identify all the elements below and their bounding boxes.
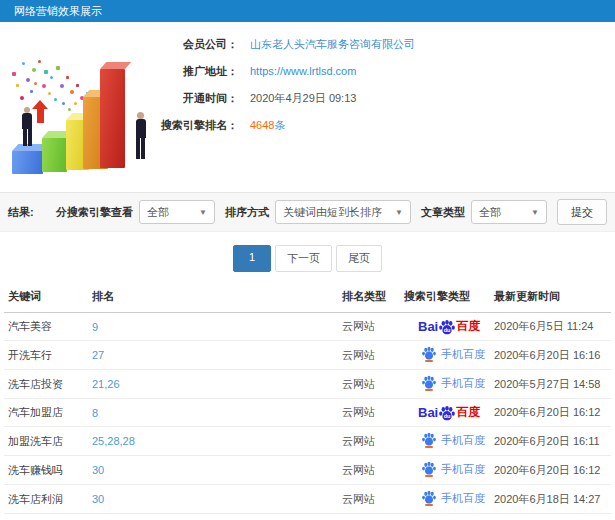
rank-type-cell: 云网站 bbox=[342, 370, 404, 399]
confetti-dot bbox=[20, 96, 24, 100]
clipart-bar-green bbox=[42, 138, 67, 172]
keyword-cell: 洗车赚钱吗 bbox=[4, 456, 92, 485]
baidu-paw-icon: du bbox=[439, 405, 455, 421]
page-1-button[interactable]: 1 bbox=[233, 245, 271, 272]
article-type-label: 文章类型 bbox=[421, 205, 465, 220]
confetti-dot bbox=[66, 76, 69, 79]
submit-button[interactable]: 提交 bbox=[557, 199, 607, 225]
mobile-baidu-icon: 手机百度 bbox=[422, 432, 485, 448]
promo-url-link[interactable]: https://www.lrtlsd.com bbox=[250, 65, 356, 77]
confetti-dot bbox=[48, 92, 51, 95]
search-engine-cell: Baidu百度 bbox=[404, 399, 494, 427]
table-row: 开洗车行27云网站手机百度2020年6月20日 16:16 bbox=[4, 341, 611, 370]
rank-cell[interactable]: 8 bbox=[92, 399, 342, 427]
col-rank: 排名 bbox=[92, 281, 342, 313]
mobile-baidu-icon: 手机百度 bbox=[422, 375, 485, 391]
table-header-row: 关键词 排名 排名类型 搜索引擎类型 最新更新时间 bbox=[4, 281, 611, 313]
keyword-cell: 汽车美容 bbox=[4, 313, 92, 341]
updated-time-cell: 2020年6月20日 16:16 bbox=[494, 341, 611, 370]
table-row: 加盟洗车店25,28,28云网站手机百度2020年6月20日 16:11 bbox=[4, 427, 611, 456]
filter-bar: 结果: 分搜索引擎查看 全部 ▼ 排序方式 关键词由短到长排序 ▼ 文章类型 全… bbox=[0, 192, 615, 232]
keyword-cell: 洗车店加盟 bbox=[4, 514, 92, 520]
svg-text:du: du bbox=[444, 327, 451, 333]
engine-select[interactable]: 全部 ▼ bbox=[139, 200, 215, 224]
result-label: 结果: bbox=[8, 205, 34, 220]
search-engine-cell: Baidu百度 bbox=[404, 514, 494, 520]
confetti-dot bbox=[34, 82, 37, 85]
rank-cell[interactable]: 27 bbox=[92, 341, 342, 370]
updated-time-cell: 2020年6月20日 16:12 bbox=[494, 399, 611, 427]
member-company-label: 会员公司： bbox=[0, 37, 238, 52]
mobile-baidu-paw-icon bbox=[422, 375, 436, 391]
confetti-dot bbox=[30, 90, 33, 93]
results-table-body: 汽车美容9云网站Baidu百度2020年6月5日 11:24开洗车行27云网站手… bbox=[4, 313, 611, 520]
rank-cell[interactable]: 25,28,28 bbox=[92, 427, 342, 456]
sort-filter-label: 排序方式 bbox=[225, 205, 269, 220]
updated-time-cell: 2020年6月18日 14:30 bbox=[494, 514, 611, 520]
table-row: 洗车店投资21,26云网站手机百度2020年5月27日 14:58 bbox=[4, 370, 611, 399]
article-type-select-value: 全部 bbox=[479, 205, 501, 220]
col-rank-type: 排名类型 bbox=[342, 281, 404, 313]
mobile-baidu-label: 手机百度 bbox=[441, 491, 485, 506]
keyword-cell: 洗车店投资 bbox=[4, 370, 92, 399]
growth-chart-clipart bbox=[4, 54, 156, 184]
engine-rank-unit: 条 bbox=[274, 118, 285, 133]
rank-cell[interactable]: 21,26 bbox=[92, 370, 342, 399]
next-page-button[interactable]: 下一页 bbox=[275, 245, 332, 272]
confetti-dot bbox=[26, 78, 30, 82]
page-header: 网络营销效果展示 bbox=[0, 0, 615, 22]
search-engine-cell: 手机百度 bbox=[404, 485, 494, 514]
mobile-baidu-icon: 手机百度 bbox=[422, 490, 485, 506]
col-updated-time: 最新更新时间 bbox=[494, 281, 611, 313]
mobile-baidu-paw-icon bbox=[422, 346, 436, 362]
updated-time-cell: 2020年6月20日 16:12 bbox=[494, 456, 611, 485]
sort-select[interactable]: 关键词由短到长排序 ▼ bbox=[275, 200, 411, 224]
table-row: 汽车加盟店8云网站Baidu百度2020年6月20日 16:12 bbox=[4, 399, 611, 427]
baidu-paw-icon: du bbox=[439, 319, 455, 335]
confetti-dot bbox=[68, 108, 71, 111]
confetti-dot bbox=[42, 84, 46, 88]
rank-cell[interactable]: 3 bbox=[92, 514, 342, 520]
article-type-select[interactable]: 全部 ▼ bbox=[471, 200, 547, 224]
mobile-baidu-paw-icon bbox=[422, 432, 436, 448]
mobile-baidu-label: 手机百度 bbox=[441, 347, 485, 362]
search-engine-cell: 手机百度 bbox=[404, 370, 494, 399]
confetti-dot bbox=[62, 102, 65, 105]
member-company-link[interactable]: 山东老人头汽车服务咨询有限公司 bbox=[250, 37, 415, 52]
search-engine-cell: 手机百度 bbox=[404, 427, 494, 456]
baidu-logo-icon: Baidu百度 bbox=[418, 404, 480, 421]
businessman-figure-left bbox=[20, 107, 34, 147]
mobile-baidu-paw-icon bbox=[422, 461, 436, 477]
rank-type-cell: 云网站 bbox=[342, 485, 404, 514]
rank-cell[interactable]: 9 bbox=[92, 313, 342, 341]
rank-type-cell: 云网站 bbox=[342, 427, 404, 456]
sort-select-value: 关键词由短到长排序 bbox=[283, 205, 382, 220]
engine-filter-label: 分搜索引擎查看 bbox=[56, 205, 133, 220]
updated-time-cell: 2020年6月5日 11:24 bbox=[494, 313, 611, 341]
search-engine-cell: 手机百度 bbox=[404, 341, 494, 370]
confetti-dot bbox=[44, 70, 48, 74]
page: 网络营销效果展示 会员公司： 山东老人头汽车服务咨询有限公司 bbox=[0, 0, 615, 520]
updated-time-cell: 2020年5月27日 14:58 bbox=[494, 370, 611, 399]
keyword-cell: 开洗车行 bbox=[4, 341, 92, 370]
filter-controls: 分搜索引擎查看 全部 ▼ 排序方式 关键词由短到长排序 ▼ 文章类型 全部 ▼ … bbox=[46, 199, 607, 225]
confetti-dot bbox=[50, 76, 53, 79]
keyword-cell: 加盟洗车店 bbox=[4, 427, 92, 456]
clipart-bar-red bbox=[100, 69, 125, 168]
rank-cell[interactable]: 30 bbox=[92, 456, 342, 485]
pagination: 1 下一页 尾页 bbox=[0, 245, 615, 272]
confetti-dot bbox=[74, 102, 77, 105]
rank-cell[interactable]: 30 bbox=[92, 485, 342, 514]
table-row: 汽车美容9云网站Baidu百度2020年6月5日 11:24 bbox=[4, 313, 611, 341]
updated-time-cell: 2020年6月20日 16:11 bbox=[494, 427, 611, 456]
search-engine-cell: 手机百度 bbox=[404, 456, 494, 485]
chevron-down-icon: ▼ bbox=[395, 208, 403, 217]
results-table: 关键词 排名 排名类型 搜索引擎类型 最新更新时间 汽车美容9云网站Baidu百… bbox=[4, 281, 611, 520]
businessman-figure-right bbox=[133, 112, 148, 160]
confetti-dot bbox=[38, 60, 41, 63]
chevron-down-icon: ▼ bbox=[531, 208, 539, 217]
last-page-button[interactable]: 尾页 bbox=[336, 245, 382, 272]
mobile-baidu-paw-icon bbox=[422, 490, 436, 506]
table-row: 洗车店利润30云网站手机百度2020年6月18日 14:27 bbox=[4, 485, 611, 514]
mobile-baidu-icon: 手机百度 bbox=[422, 461, 485, 477]
